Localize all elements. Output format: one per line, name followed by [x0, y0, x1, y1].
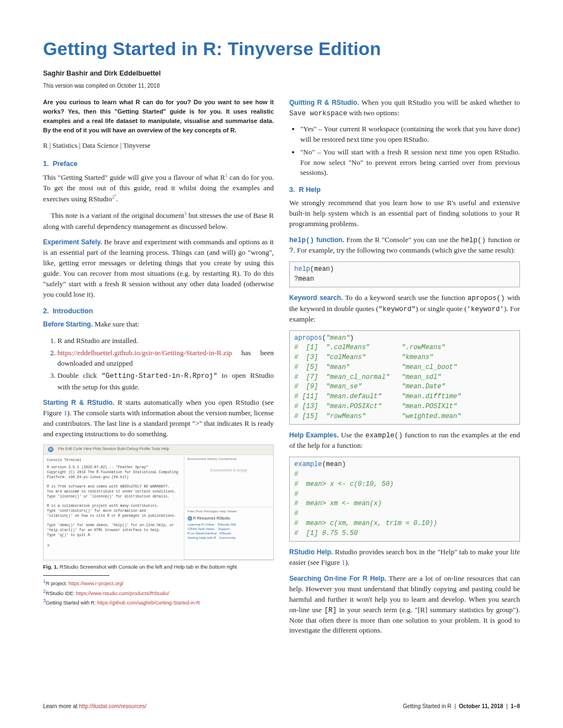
- figure-help-pane: Files Plots Packages Help Viewer R R Res…: [184, 507, 273, 560]
- footnote-link[interactable]: https://github.com/saghirb/Getting-Start…: [97, 600, 200, 606]
- code-help-mean: help(mean) ?mean: [289, 261, 520, 288]
- quitting-r: Quitting R & RStudio. When you quit RStu…: [289, 98, 520, 119]
- list-item: "No" – You will start with a fresh R ses…: [300, 147, 520, 179]
- code-example-mean: example(mean) # # mean> x <- c(0:10, 50)…: [289, 457, 520, 542]
- quit-options: "Yes" – Your current R workspace (contai…: [300, 124, 520, 178]
- section-introduction: 2. Introduction: [43, 307, 274, 315]
- figure-env-pane: Environment History Connections Environm…: [184, 455, 273, 507]
- abstract: Are you curious to learn what R can do f…: [43, 98, 274, 135]
- keyword-search: Keyword search. To do a keyword search u…: [289, 293, 520, 324]
- footer-link[interactable]: http://ilustat.com/resources/: [79, 703, 146, 709]
- help-function: help() help() function.function. From th…: [289, 235, 520, 256]
- preface-para-1: This "Getting Started" guide will give y…: [43, 172, 274, 205]
- download-link[interactable]: https://eddelbuettel.github.io/gsir-te/G…: [57, 349, 232, 357]
- list-item: Double click "Getting-Started-in-R.Rproj…: [57, 370, 274, 392]
- before-starting: Before Starting. Make sure that:: [43, 319, 274, 330]
- list-item: "Yes" – Your current R workspace (contai…: [300, 124, 520, 145]
- r-help-intro: We strongly recommend that you learn how…: [289, 198, 520, 229]
- starting-r-rstudio: Starting R & RStudio. R starts automatic…: [43, 398, 274, 439]
- experiment-safely: Experiment Safely. Be brave and experime…: [43, 237, 274, 299]
- page-footer: Learn more at http://ilustat.com/resourc…: [43, 703, 520, 709]
- footnote-rule: [43, 575, 109, 576]
- figure-menubar: R File Edit Code View Plots Session Buil…: [44, 445, 273, 455]
- right-column: Quitting R & RStudio. When you quit RStu…: [289, 98, 520, 641]
- footnote-3: 3Getting Started with R: https://github.…: [43, 597, 274, 607]
- left-column: Are you curious to learn what R can do f…: [43, 98, 274, 641]
- authors: Saghir Bashir and Dirk Eddelbuettel: [43, 69, 520, 77]
- section-r-help: 3. R Help: [289, 186, 520, 194]
- figure-1: R File Edit Code View Plots Session Buil…: [43, 445, 274, 560]
- footnote-1: 1R project: https://www.r-project.org/: [43, 578, 274, 588]
- list-item: https://eddelbuettel.github.io/gsir-te/G…: [57, 347, 274, 369]
- compiled-date: This version was compiled on October 11,…: [43, 83, 520, 89]
- section-preface: 1. Preface: [43, 160, 274, 168]
- r-logo-icon: R: [48, 447, 54, 452]
- r-prompt-icon: >: [47, 543, 50, 549]
- keywords: R | Statistics | Data Science | Tinyvers…: [43, 142, 274, 150]
- list-item: R and RStudio are installed.: [57, 335, 274, 346]
- footnote-link[interactable]: https://www.r-project.org/: [68, 581, 124, 586]
- footer-pageinfo: Getting Started in R | October 11, 2018 …: [403, 703, 520, 709]
- page-title: Getting Started in R: Tinyverse Edition: [43, 39, 520, 60]
- help-examples: Help Examples. Use the example() functio…: [289, 430, 520, 451]
- searching-online: Searching On-line For R Help. There are …: [289, 574, 520, 636]
- footnote-link[interactable]: https://www.rstudio.com/products/RStudio…: [76, 591, 169, 596]
- footnote-2: 2RStudio IDE: https://www.rstudio.com/pr…: [43, 588, 274, 598]
- runin-experiment-safely: Experiment Safely.: [43, 238, 102, 246]
- figure-1-caption: Fig. 1. RStudio Screenshot with Console …: [43, 564, 274, 570]
- figure-console-pane: Console Terminal R version 3.5.1 (2018-0…: [44, 455, 184, 560]
- code-apropos: apropos("mean") # [1] ".colMeans" ".rowM…: [289, 330, 520, 425]
- before-list: R and RStudio are installed. https://edd…: [57, 335, 274, 392]
- rstudio-help: RStudio Help. Rstudio provides search bo…: [289, 547, 520, 568]
- preface-para-2: This note is a variant of the original d…: [43, 210, 274, 232]
